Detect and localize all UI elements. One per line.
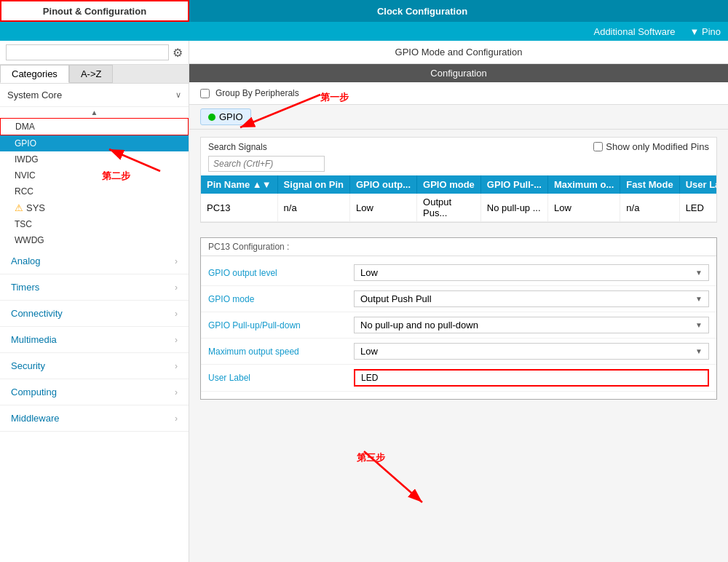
label-gpio-output-level: GPIO output level [208, 268, 354, 278]
category-connectivity[interactable]: Connectivity › [0, 301, 189, 327]
system-core-label: System Core [7, 90, 62, 100]
clock-tab[interactable]: Clock Configuration [189, 0, 655, 22]
multimedia-chevron: › [175, 335, 178, 345]
timers-label: Timers [11, 282, 39, 293]
user-label-input[interactable] [354, 369, 709, 387]
sidebar-search-row: ⚙ [0, 41, 189, 65]
computing-label: Computing [11, 387, 57, 397]
cell-gpio-output: Low [349, 194, 416, 222]
sidebar-item-nvic[interactable]: NVIC [0, 167, 189, 183]
pc13-config-title: PC13 Configuration : [201, 238, 716, 256]
search-signals-input[interactable] [208, 156, 325, 172]
cell-signal: n/a [277, 194, 349, 222]
security-chevron: › [175, 361, 178, 371]
security-label: Security [11, 360, 45, 371]
middleware-label: Middleware [11, 413, 59, 424]
select-gpio-output-level[interactable]: Low ▼ [354, 264, 709, 281]
tab-az[interactable]: A->Z [69, 65, 114, 83]
cell-max-output: Low [547, 194, 620, 222]
system-core-items: DMA GPIO IWDG NVIC RCC ⚠ SYS TSC WWDG [0, 118, 189, 248]
cell-gpio-mode: Output Pus... [417, 194, 481, 222]
chevron-down-icon-2: ▼ [695, 295, 703, 303]
chevron-down-icon: ▼ [695, 269, 703, 277]
sidebar-item-sys[interactable]: ⚠ SYS [0, 199, 189, 216]
gpio-tab[interactable]: GPIO [200, 108, 251, 125]
col-gpio-output[interactable]: GPIO outp... [349, 175, 416, 194]
category-computing[interactable]: Computing › [0, 379, 189, 405]
config-row-gpio-mode: GPIO mode Output Push Pull ▼ [201, 286, 716, 312]
top-header: Pinout & Configuration Clock Configurati… [0, 0, 728, 22]
config-row-max-speed: Maximum output speed Low ▼ [201, 339, 716, 365]
select-gpio-mode[interactable]: Output Push Pull ▼ [354, 290, 709, 307]
additional-software[interactable]: Additional Software [189, 26, 683, 37]
category-multimedia[interactable]: Multimedia › [0, 327, 189, 353]
middleware-chevron: › [175, 413, 178, 424]
pc13-config: PC13 Configuration : GPIO output level L… [200, 237, 717, 400]
category-timers[interactable]: Timers › [0, 274, 189, 301]
category-system-core[interactable]: System Core ∨ [0, 84, 189, 107]
show-modified-checkbox[interactable] [593, 142, 603, 151]
search-input[interactable] [6, 44, 169, 60]
select-max-speed[interactable]: Low ▼ [354, 343, 709, 360]
sidebar-item-wwdg[interactable]: WWDG [0, 232, 189, 248]
config-row-user-label: User Label [201, 365, 716, 392]
col-fast-mode[interactable]: Fast Mode [620, 175, 679, 194]
col-user-label[interactable]: User Label [679, 175, 716, 194]
table-row[interactable]: PC13 n/a Low Output Pus... No pull-up ..… [201, 194, 716, 222]
sidebar-item-dma[interactable]: DMA [0, 118, 189, 135]
connectivity-label: Connectivity [11, 308, 63, 319]
scroll-arrows-up: ▲ [0, 107, 189, 118]
sidebar-item-gpio[interactable]: GPIO [0, 135, 189, 151]
label-gpio-pull: GPIO Pull-up/Pull-down [208, 320, 354, 331]
group-by-peripherals-label: Group By Peripherals [215, 88, 299, 98]
sidebar-item-rcc[interactable]: RCC [0, 183, 189, 199]
sidebar-item-iwdg[interactable]: IWDG [0, 151, 189, 167]
computing-chevron: › [175, 387, 178, 397]
chevron-down-icon-4: ▼ [695, 347, 703, 355]
sidebar-tab-bar: Categories A->Z [0, 65, 189, 84]
system-core-arrow: ∨ [175, 90, 181, 100]
pino-link[interactable]: ▼ Pino [683, 26, 729, 37]
right-section [655, 0, 728, 22]
col-gpio-mode[interactable]: GPIO mode [417, 175, 481, 194]
tab-categories[interactable]: Categories [0, 65, 69, 83]
table-container: Pin Name ▲▼ Signal on Pin GPIO outp... G… [201, 175, 716, 222]
multimedia-label: Multimedia [11, 334, 57, 345]
col-gpio-pull[interactable]: GPIO Pull-... [480, 175, 547, 194]
category-analog[interactable]: Analog › [0, 248, 189, 274]
connectivity-chevron: › [175, 309, 178, 319]
clock-label: Clock Configuration [377, 6, 467, 17]
signal-section: Search Signals Show only Modified Pins P… [200, 137, 717, 223]
warning-icon: ⚠ [15, 202, 23, 213]
signal-header-row: Search Signals Show only Modified Pins [201, 138, 716, 156]
label-gpio-mode: GPIO mode [208, 294, 354, 304]
content-area: GPIO Mode and Configuration Configuratio… [189, 41, 728, 562]
config-row-gpio-pull: GPIO Pull-up/Pull-down No pull-up and no… [201, 312, 716, 339]
label-max-speed: Maximum output speed [208, 347, 354, 357]
show-modified-row: Show only Modified Pins [593, 141, 709, 152]
cell-gpio-pull: No pull-up ... [480, 194, 547, 222]
main-layout: ⚙ Categories A->Z System Core ∨ ▲ DMA GP… [0, 41, 728, 562]
group-by-peripherals-checkbox[interactable] [200, 89, 210, 98]
show-modified-label: Show only Modified Pins [606, 141, 709, 152]
search-signals-label: Search Signals [208, 142, 267, 152]
cell-user-label: LED [679, 194, 716, 222]
timers-chevron: › [175, 282, 178, 293]
category-middleware[interactable]: Middleware › [0, 405, 189, 432]
pinout-tab[interactable]: Pinout & Configuration [0, 0, 189, 22]
sidebar-item-tsc[interactable]: TSC [0, 216, 189, 232]
col-pin-name[interactable]: Pin Name ▲▼ [201, 175, 277, 194]
content-title: GPIO Mode and Configuration [189, 41, 728, 64]
scroll-up-arrow[interactable]: ▲ [91, 108, 98, 116]
chevron-down-icon-3: ▼ [695, 321, 703, 329]
col-maximum-output[interactable]: Maximum o... [547, 175, 620, 194]
category-security[interactable]: Security › [0, 353, 189, 379]
select-gpio-pull[interactable]: No pull-up and no pull-down ▼ [354, 317, 709, 333]
search-field [208, 156, 709, 172]
config-bar: Configuration [189, 64, 728, 82]
config-row-gpio-output-level: GPIO output level Low ▼ [201, 260, 716, 286]
gpio-tab-label: GPIO [219, 111, 243, 122]
gpio-table: Pin Name ▲▼ Signal on Pin GPIO outp... G… [201, 175, 716, 222]
col-signal-on-pin[interactable]: Signal on Pin [277, 175, 349, 194]
gear-icon[interactable]: ⚙ [173, 46, 183, 60]
